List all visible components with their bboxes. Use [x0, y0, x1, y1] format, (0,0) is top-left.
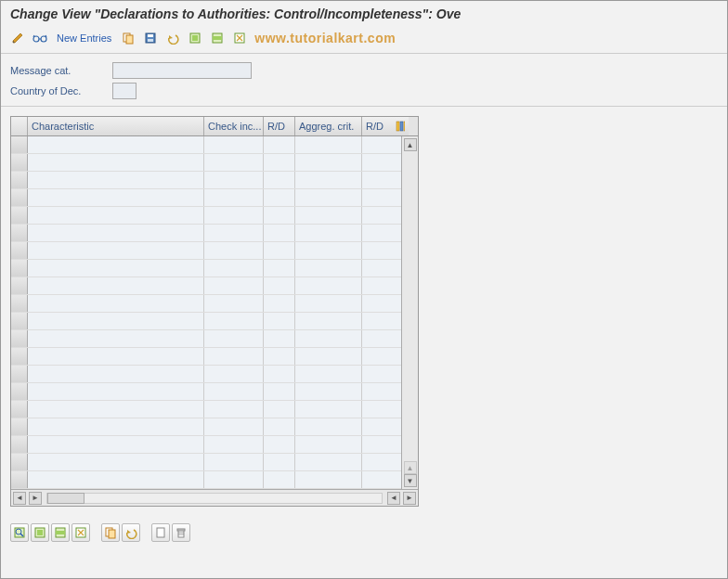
cell-rd1[interactable] [264, 454, 295, 470]
row-selector[interactable] [11, 189, 28, 206]
col-aggreg[interactable]: Aggreg. crit. [295, 117, 362, 135]
scroll-left-end-icon[interactable]: ◄ [387, 492, 400, 505]
cell-rd1[interactable] [264, 471, 295, 488]
col-rd1[interactable]: R/D [264, 117, 295, 135]
row-selector[interactable] [11, 154, 28, 171]
cell-rd2[interactable] [362, 401, 392, 418]
copy-bottom-icon[interactable] [101, 523, 120, 542]
cell-rd1[interactable] [264, 401, 295, 418]
row-selector[interactable] [11, 454, 28, 470]
cell-rd1[interactable] [264, 242, 295, 259]
table-row[interactable] [11, 313, 401, 330]
cell-aggreg[interactable] [295, 189, 362, 206]
hscroll-track[interactable] [46, 493, 383, 504]
change-icon[interactable] [8, 29, 27, 47]
cell-aggreg[interactable] [295, 207, 362, 224]
cell-aggreg[interactable] [295, 260, 362, 277]
save-variant-icon[interactable] [141, 29, 160, 47]
table-row[interactable] [11, 242, 401, 260]
new-entries-button[interactable]: New Entries [57, 32, 111, 44]
row-selector[interactable] [11, 330, 28, 347]
configure-columns-icon[interactable] [392, 117, 409, 135]
table-row[interactable] [11, 154, 401, 172]
table-row[interactable] [11, 383, 401, 401]
table-row[interactable] [11, 330, 401, 348]
cell-characteristic[interactable] [28, 330, 204, 347]
cell-rd1[interactable] [264, 260, 295, 277]
col-characteristic[interactable]: Characteristic [28, 117, 204, 135]
cell-aggreg[interactable] [295, 277, 362, 294]
table-row[interactable] [11, 277, 401, 295]
cell-characteristic[interactable] [28, 295, 204, 312]
cell-aggreg[interactable] [295, 366, 362, 382]
scroll-down-dim-icon[interactable]: ▲ [404, 461, 417, 474]
table-row[interactable] [11, 207, 401, 225]
cell-characteristic[interactable] [28, 401, 204, 418]
cell-rd1[interactable] [264, 366, 295, 382]
row-selector[interactable] [11, 383, 28, 400]
table-row[interactable] [11, 260, 401, 277]
cell-rd2[interactable] [362, 136, 392, 153]
cell-check-inc[interactable] [204, 136, 264, 153]
scroll-up-icon[interactable]: ▲ [404, 138, 417, 151]
table-row[interactable] [11, 454, 401, 471]
row-selector[interactable] [11, 313, 28, 329]
cell-characteristic[interactable] [28, 454, 204, 470]
cell-characteristic[interactable] [28, 172, 204, 188]
table-row[interactable] [11, 189, 401, 207]
cell-check-inc[interactable] [204, 436, 264, 453]
cell-rd2[interactable] [362, 277, 392, 294]
row-selector[interactable] [11, 366, 28, 382]
cell-characteristic[interactable] [28, 277, 204, 294]
cell-rd2[interactable] [362, 436, 392, 453]
cell-check-inc[interactable] [204, 383, 264, 400]
cell-characteristic[interactable] [28, 136, 204, 153]
cell-rd2[interactable] [362, 242, 392, 259]
cell-characteristic[interactable] [28, 471, 204, 488]
cell-characteristic[interactable] [28, 366, 204, 382]
table-row[interactable] [11, 136, 401, 154]
scroll-right-icon[interactable]: ► [403, 492, 416, 505]
scroll-down-icon[interactable]: ▼ [404, 474, 417, 487]
cell-aggreg[interactable] [295, 136, 362, 153]
cell-check-inc[interactable] [204, 454, 264, 470]
cell-aggreg[interactable] [295, 471, 362, 488]
cell-characteristic[interactable] [28, 225, 204, 241]
cell-rd2[interactable] [362, 383, 392, 400]
cell-rd2[interactable] [362, 471, 392, 488]
select-all-icon[interactable] [186, 29, 204, 47]
cell-rd1[interactable] [264, 330, 295, 347]
cell-rd2[interactable] [362, 189, 392, 206]
row-selector[interactable] [11, 295, 28, 312]
cell-aggreg[interactable] [295, 313, 362, 329]
cell-aggreg[interactable] [295, 330, 362, 347]
cell-aggreg[interactable] [295, 454, 362, 470]
cell-characteristic[interactable] [28, 242, 204, 259]
cell-characteristic[interactable] [28, 418, 204, 435]
select-all-bottom-icon[interactable] [31, 523, 49, 542]
cell-rd1[interactable] [264, 436, 295, 453]
cell-rd1[interactable] [264, 225, 295, 241]
table-row[interactable] [11, 418, 401, 436]
cell-check-inc[interactable] [204, 189, 264, 206]
cell-aggreg[interactable] [295, 242, 362, 259]
col-rd2[interactable]: R/D [362, 117, 392, 135]
cell-check-inc[interactable] [204, 242, 264, 259]
row-selector[interactable] [11, 225, 28, 241]
cell-rd2[interactable] [362, 330, 392, 347]
row-selector[interactable] [11, 401, 28, 418]
cell-rd2[interactable] [362, 366, 392, 382]
table-row[interactable] [11, 172, 401, 189]
row-selector[interactable] [11, 242, 28, 259]
table-row[interactable] [11, 471, 401, 489]
deselect-all-icon[interactable] [230, 29, 249, 47]
copy-icon[interactable] [119, 29, 137, 47]
cell-check-inc[interactable] [204, 154, 264, 171]
cell-rd2[interactable] [362, 348, 392, 365]
cell-rd2[interactable] [362, 454, 392, 470]
row-selector[interactable] [11, 471, 28, 488]
cell-rd2[interactable] [362, 154, 392, 171]
cell-check-inc[interactable] [204, 225, 264, 241]
cell-aggreg[interactable] [295, 383, 362, 400]
delete-row-icon[interactable] [172, 523, 190, 542]
